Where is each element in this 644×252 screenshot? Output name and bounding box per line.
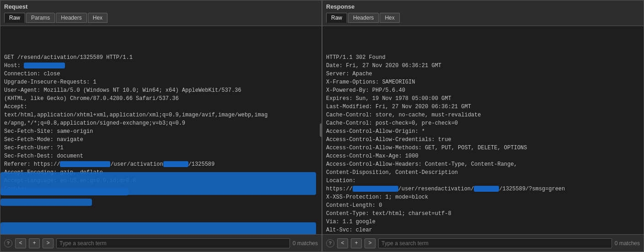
response-content: HTTP/1.1 302 Found Date: Fri, 27 Nov 202… — [322, 26, 644, 234]
request-footer: ? < + > 0 matches — [0, 234, 322, 252]
response-prev-button[interactable]: < — [337, 238, 348, 248]
response-help-button[interactable]: ? — [326, 239, 334, 247]
tab-raw-response[interactable]: Raw — [326, 13, 347, 23]
response-panel: Response Raw Headers Hex HTTP/1.1 302 Fo… — [322, 0, 644, 252]
location-domain-redacted — [353, 186, 398, 192]
response-panel-header: Response Raw Headers Hex — [322, 0, 644, 26]
request-panel: Request Raw Params Headers Hex GET /rese… — [0, 0, 322, 252]
panel-divider[interactable] — [320, 123, 322, 137]
tab-hex-response[interactable]: Hex — [380, 13, 399, 23]
response-footer: ? < + > 0 matches — [322, 234, 644, 252]
tab-hex-request[interactable]: Hex — [88, 13, 107, 23]
request-search-input[interactable] — [56, 238, 290, 248]
request-panel-header: Request Raw Params Headers Hex — [0, 0, 322, 26]
response-add-button[interactable]: + — [351, 238, 362, 248]
request-tab-bar: Raw Params Headers Hex — [4, 13, 318, 23]
tab-params-request[interactable]: Params — [26, 13, 55, 23]
referer-domain-redacted — [60, 161, 110, 167]
response-panel-title: Response — [326, 3, 640, 10]
response-search-input[interactable] — [378, 238, 612, 248]
request-add-button[interactable]: + — [29, 238, 40, 248]
request-content: GET /resend/activation/1325589 HTTP/1.1 … — [0, 26, 322, 234]
tab-headers-request[interactable]: Headers — [56, 13, 86, 23]
response-next-button[interactable]: > — [365, 238, 376, 248]
request-help-button[interactable]: ? — [4, 239, 12, 247]
redacted-blob-3 — [0, 199, 92, 206]
host-redacted — [24, 63, 65, 68]
request-panel-title: Request — [4, 3, 318, 10]
tab-raw-request[interactable]: Raw — [4, 13, 25, 23]
tab-headers-response[interactable]: Headers — [348, 13, 379, 23]
request-prev-button[interactable]: < — [15, 238, 26, 248]
location-token-redacted — [474, 186, 499, 192]
response-tab-bar: Raw Headers Hex — [326, 13, 640, 23]
response-text: HTTP/1.1 302 Found Date: Fri, 27 Nov 202… — [326, 45, 640, 234]
request-next-button[interactable]: > — [43, 238, 54, 248]
redacted-blob-2 — [0, 188, 129, 195]
redacted-blob-4 — [0, 222, 316, 234]
request-match-count: 0 matches — [293, 240, 318, 247]
response-match-count: 0 matches — [615, 240, 640, 247]
referer-token-redacted — [163, 161, 188, 167]
